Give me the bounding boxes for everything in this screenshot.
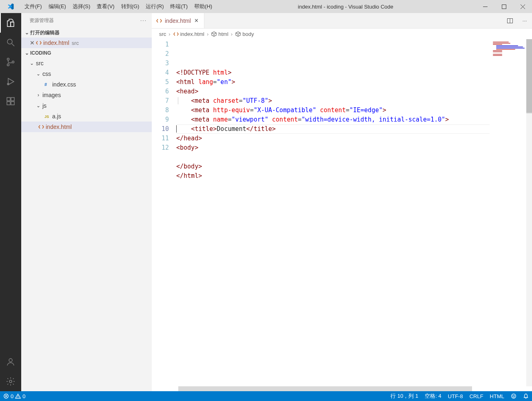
status-encoding[interactable]: UTF-8 [445,391,466,401]
minimap[interactable] [490,39,526,386]
status-indent[interactable]: 空格: 4 [421,391,444,401]
open-editor-item[interactable]: ✕ index.html src [21,38,152,48]
chevron-down-icon: ⌄ [35,71,42,77]
sidebar-more-icon[interactable]: ··· [140,18,147,23]
activity-run-debug[interactable] [0,72,21,91]
tab-index-html[interactable]: index.html ✕ [152,13,204,28]
status-eol[interactable]: CRLF [466,391,487,401]
overview-marker [526,109,532,113]
project-name: ICODING [30,50,51,56]
folder-css[interactable]: ⌄ css [21,69,152,79]
svg-point-8 [12,61,14,63]
open-editor-hint: src [69,40,79,46]
activity-settings[interactable] [0,372,21,391]
folder-label: images [42,92,61,98]
breadcrumb-src[interactable]: src [159,31,166,37]
chevron-down-icon: ⌄ [35,103,42,109]
code-editor[interactable]: <!DOCTYPE html> <html lang="en"> <head> … [176,39,490,386]
open-editors-header[interactable]: ⌄ 打开的编辑器 [21,28,152,38]
svg-point-26 [513,396,513,396]
chevron-down-icon: ⌄ [24,30,30,35]
activity-account[interactable] [0,352,21,372]
open-editor-name: index.html [42,40,69,46]
vertical-scrollbar[interactable] [526,39,532,386]
menu-terminal[interactable]: 终端(T) [167,0,191,13]
menu-select[interactable]: 选择(S) [69,0,93,13]
svg-rect-12 [11,102,14,105]
svg-point-7 [7,64,9,66]
editor-more-icon[interactable]: ··· [517,13,532,28]
maximize-button[interactable] [494,0,513,13]
horizontal-scrollbar[interactable] [152,386,532,391]
css-file-icon: # [44,81,51,88]
project-header[interactable]: ⌄ ICODING [21,48,152,58]
menu-edit[interactable]: 编辑(E) [45,0,69,13]
svg-text:JS: JS [44,115,49,119]
current-line-highlight [176,124,490,134]
svg-rect-1 [502,4,506,9]
line-numbers: 123 456 789 101112 [152,39,176,386]
breadcrumb-label: html [218,31,228,37]
html-file-icon [38,124,45,130]
file-index-html[interactable]: index.html [21,122,152,132]
minimize-button[interactable] [476,0,494,13]
tab-close-icon[interactable]: ✕ [193,18,200,24]
svg-point-27 [514,396,514,396]
file-index-css[interactable]: # index.css [21,79,152,90]
breadcrumb-file[interactable]: index.html [173,31,204,37]
error-icon [3,393,9,399]
split-editor-icon[interactable] [503,13,517,28]
folder-images[interactable]: › images [21,90,152,100]
svg-rect-13 [11,97,14,101]
menu-file[interactable]: 文件(F) [21,0,45,13]
folder-src[interactable]: ⌄ src [21,58,152,69]
folder-js[interactable]: ⌄ js [21,100,152,111]
text-cursor [176,125,177,133]
svg-line-5 [12,44,14,46]
sidebar-title: 资源管理器 [29,17,54,24]
cube-icon [211,31,217,37]
menu-goto[interactable]: 转到(G) [118,0,143,13]
sidebar-explorer: 资源管理器 ··· ⌄ 打开的编辑器 ✕ index.html src ⌄ IC… [21,13,152,391]
close-icon[interactable]: ✕ [27,40,35,46]
chevron-down-icon: ⌄ [24,50,30,56]
file-label: a.js [51,113,61,120]
svg-point-25 [512,394,516,399]
file-a-js[interactable]: JS a.js [21,111,152,122]
status-problems[interactable]: 0 0 [0,391,29,401]
status-cursor-position[interactable]: 行 10，列 1 [387,391,421,401]
status-language[interactable]: HTML [487,391,508,401]
warning-icon [15,393,21,399]
file-label: index.css [51,81,76,88]
status-bar: 0 0 行 10，列 1 空格: 4 UTF-8 CRLF HTML [0,391,532,401]
menu-view[interactable]: 查看(V) [93,0,117,13]
folder-label: js [42,102,47,109]
cube-icon [235,31,241,37]
breadcrumb-body[interactable]: body [235,31,254,37]
svg-text:#: # [44,82,47,87]
menu-run[interactable]: 运行(R) [142,0,167,13]
breadcrumb: src › index.html › html › body [152,29,532,39]
chevron-right-icon: › [206,31,209,37]
status-bell-icon[interactable] [520,391,532,401]
svg-point-4 [7,39,12,44]
activity-bar [0,13,21,391]
chevron-down-icon: ⌄ [29,60,35,66]
close-button[interactable] [513,0,532,13]
menu-help[interactable]: 帮助(H) [191,0,215,13]
status-feedback-icon[interactable] [508,391,520,401]
svg-rect-11 [7,102,10,105]
svg-rect-10 [7,97,10,101]
activity-extensions[interactable] [0,91,21,111]
activity-scm[interactable] [0,52,21,72]
breadcrumb-html[interactable]: html [211,31,228,37]
activity-explorer[interactable] [0,13,21,33]
vscode-logo-icon [0,3,21,10]
window-title: index.html - icoding - Visual Studio Cod… [215,4,476,10]
html-file-icon [156,18,162,24]
error-count: 0 [11,393,13,399]
activity-search[interactable] [0,33,21,52]
scrollbar-thumb[interactable] [178,386,472,391]
svg-point-6 [7,58,9,60]
scrollbar-thumb[interactable] [526,39,532,113]
